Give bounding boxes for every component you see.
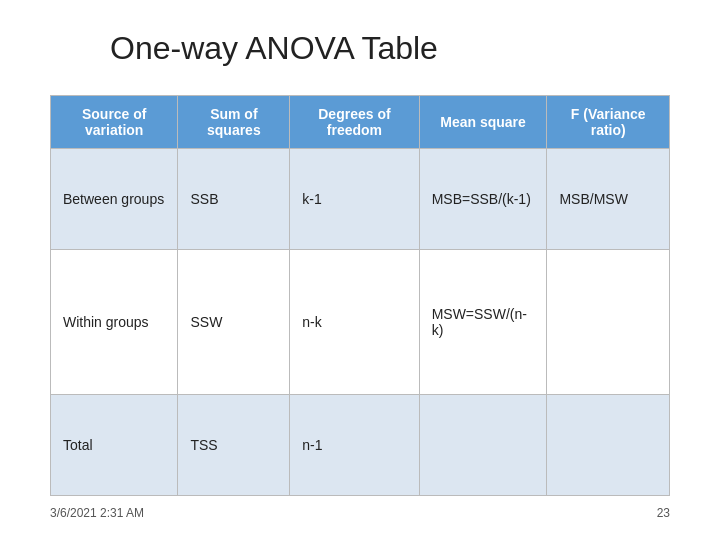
table-header-row: Source of variation Sum of squares Degre… [51, 96, 670, 149]
col-header-sum: Sum of squares [178, 96, 290, 149]
table-cell: Within groups [51, 250, 178, 395]
table-cell: MSB=SSB/(k-1) [419, 149, 547, 250]
footer: 3/6/2021 2:31 AM 23 [50, 506, 670, 520]
table-cell: SSB [178, 149, 290, 250]
table-cell: MSB/MSW [547, 149, 670, 250]
anova-table: Source of variation Sum of squares Degre… [50, 95, 670, 496]
table-cell: SSW [178, 250, 290, 395]
table-row: TotalTSSn-1 [51, 394, 670, 495]
table-cell: Total [51, 394, 178, 495]
col-header-f: F (Variance ratio) [547, 96, 670, 149]
table-cell: Between groups [51, 149, 178, 250]
table-cell: k-1 [290, 149, 419, 250]
table-cell: MSW=SSW/(n-k) [419, 250, 547, 395]
slide: One-way ANOVA Table Source of variation … [0, 0, 720, 540]
table-cell: TSS [178, 394, 290, 495]
footer-page: 23 [657, 506, 670, 520]
table-row: Between groupsSSBk-1MSB=SSB/(k-1)MSB/MSW [51, 149, 670, 250]
col-header-source: Source of variation [51, 96, 178, 149]
col-header-degrees: Degrees of freedom [290, 96, 419, 149]
table-row: Within groupsSSWn-kMSW=SSW/(n-k) [51, 250, 670, 395]
table-cell [547, 250, 670, 395]
col-header-mean: Mean square [419, 96, 547, 149]
table-cell [547, 394, 670, 495]
table-cell [419, 394, 547, 495]
table-cell: n-k [290, 250, 419, 395]
table-cell: n-1 [290, 394, 419, 495]
page-title: One-way ANOVA Table [50, 30, 670, 67]
footer-date: 3/6/2021 2:31 AM [50, 506, 144, 520]
